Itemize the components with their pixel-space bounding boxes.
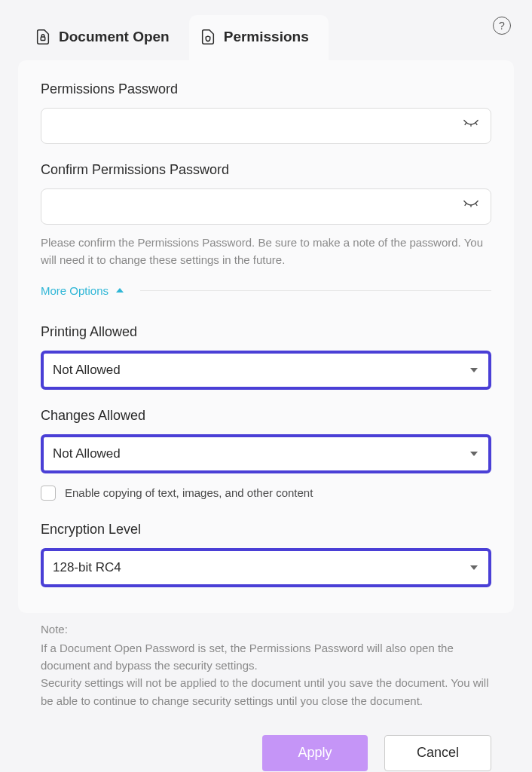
tab-document-open-label: Document Open <box>59 29 170 45</box>
encryption-level-value: 128-bit RC4 <box>44 551 488 584</box>
dropdown-arrow-icon <box>470 452 478 456</box>
confirm-permissions-password-label: Confirm Permissions Password <box>41 162 491 178</box>
permissions-password-label: Permissions Password <box>41 81 491 97</box>
changes-allowed-label: Changes Allowed <box>41 408 491 424</box>
svg-line-4 <box>465 204 466 206</box>
printing-allowed-label: Printing Allowed <box>41 324 491 340</box>
chevron-up-icon <box>116 287 124 293</box>
encryption-level-label: Encryption Level <box>41 522 491 538</box>
enable-copying-checkbox[interactable] <box>41 486 56 501</box>
tab-document-open[interactable]: Document Open <box>24 15 189 60</box>
note-title: Note: <box>41 620 491 638</box>
permissions-panel: Permissions Password Confirm Permissions… <box>18 60 514 613</box>
shield-document-icon <box>200 29 216 45</box>
tab-permissions-label: Permissions <box>224 29 309 45</box>
divider <box>140 290 491 291</box>
svg-line-1 <box>465 123 466 125</box>
more-options-toggle[interactable]: More Options <box>41 284 124 297</box>
permissions-password-input[interactable] <box>41 108 491 144</box>
note-line-1: If a Document Open Password is set, the … <box>41 639 491 675</box>
printing-allowed-select[interactable]: Not Allowed <box>41 351 491 390</box>
tabs: Document Open Permissions <box>24 15 514 60</box>
apply-button[interactable]: Apply <box>262 735 368 771</box>
cancel-button[interactable]: Cancel <box>384 735 491 771</box>
note-block: Note: If a Document Open Password is set… <box>18 613 514 709</box>
svg-line-3 <box>475 123 477 125</box>
more-options-label: More Options <box>41 284 109 297</box>
tab-permissions[interactable]: Permissions <box>189 15 329 60</box>
changes-allowed-value: Not Allowed <box>44 437 488 470</box>
svg-line-6 <box>475 204 477 206</box>
enable-copying-label: Enable copying of text, images, and othe… <box>65 486 313 499</box>
svg-rect-0 <box>41 37 45 41</box>
dropdown-arrow-icon <box>470 368 478 372</box>
note-line-2: Security settings will not be applied to… <box>41 674 491 709</box>
dropdown-arrow-icon <box>470 565 478 570</box>
confirm-permissions-password-input[interactable] <box>41 188 491 225</box>
changes-allowed-select[interactable]: Not Allowed <box>41 434 491 473</box>
show-confirm-password-icon[interactable] <box>463 199 479 214</box>
confirm-helper-text: Please confirm the Permissions Password.… <box>41 234 491 269</box>
lock-document-icon <box>35 29 51 45</box>
encryption-level-select[interactable]: 128-bit RC4 <box>41 548 491 587</box>
printing-allowed-value: Not Allowed <box>44 354 488 387</box>
show-password-icon[interactable] <box>463 118 479 133</box>
help-icon[interactable]: ? <box>493 17 511 35</box>
